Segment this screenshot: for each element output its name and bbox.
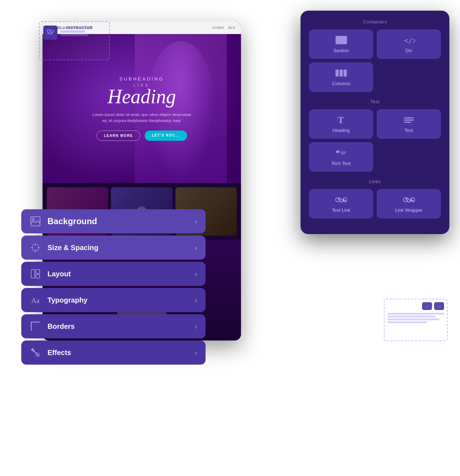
section-label: Section	[333, 48, 349, 53]
size-spacing-label: Size & Spacing	[47, 244, 188, 252]
typography-label: Typography	[47, 296, 188, 304]
svg-rect-12	[341, 152, 346, 153]
text-link-label: Text Link	[332, 207, 350, 213]
svg-rect-10	[404, 122, 411, 123]
text-category-label: Text	[309, 99, 441, 104]
svg-rect-20	[33, 245, 38, 250]
svg-rect-0	[47, 30, 50, 32]
nav-link-2: BLO	[228, 26, 235, 29]
effects-label: Effects	[47, 349, 188, 357]
style-item-effects[interactable]: Effects ›	[21, 341, 206, 365]
nav-links: CASES BLO	[212, 26, 235, 29]
background-label: Background	[47, 216, 188, 226]
borders-icon	[30, 321, 41, 332]
svg-rect-2	[335, 36, 347, 44]
svg-rect-4	[335, 70, 338, 77]
rich-text-label: Rich Text	[332, 161, 350, 166]
bottom-right-selector: — —	[384, 299, 448, 341]
layout-chevron: ›	[195, 270, 197, 278]
containers-category-label: Containers	[309, 19, 441, 24]
columns-label: Columns	[332, 81, 350, 86]
div-icon: </>	[403, 35, 415, 45]
svg-rect-6	[343, 70, 347, 77]
borders-label: Borders	[47, 322, 188, 331]
svg-rect-13	[341, 154, 345, 154]
element-placeholder-lines	[60, 26, 92, 36]
svg-text:</>: </>	[404, 36, 415, 45]
link-wrapper-component[interactable]: Link Wrapper	[377, 189, 441, 218]
effects-chevron: ›	[195, 349, 197, 357]
hero-heading: Heading	[92, 86, 191, 108]
element-selector-overlay	[39, 21, 110, 60]
heading-icon: T	[335, 115, 348, 125]
svg-point-1	[51, 30, 54, 33]
links-grid: Text Link Link Wrapper	[309, 189, 441, 218]
section-icon	[335, 35, 348, 45]
style-panel: Background › Size & Spacing › Layout ›	[21, 209, 206, 365]
heading-label: Heading	[332, 128, 349, 133]
brs-btn-2[interactable]: —	[434, 302, 444, 310]
text-link-component[interactable]: Text Link	[309, 189, 373, 218]
svg-rect-22	[36, 270, 40, 273]
svg-text:Aa: Aa	[31, 297, 39, 304]
style-item-typography[interactable]: Aa Typography ›	[21, 288, 206, 312]
background-chevron: ›	[195, 217, 197, 226]
hero-content: SUBHEADING LIKE Heading Lorem ipsum dolo…	[78, 76, 206, 141]
brs-content-lines	[387, 311, 444, 325]
svg-rect-5	[340, 70, 343, 77]
nav-link-1: CASES	[212, 26, 224, 29]
background-icon	[30, 216, 41, 227]
link-wrapper-icon	[403, 195, 415, 205]
div-component[interactable]: </> Div	[377, 29, 441, 59]
layout-label: Layout	[47, 270, 188, 278]
size-spacing-chevron: ›	[195, 244, 197, 252]
style-item-size-spacing[interactable]: Size & Spacing ›	[21, 236, 206, 260]
svg-rect-23	[36, 275, 40, 278]
svg-rect-9	[404, 120, 414, 121]
style-item-borders[interactable]: Borders ›	[21, 314, 206, 338]
section-component[interactable]: Section	[309, 29, 373, 59]
style-item-layout[interactable]: Layout ›	[21, 262, 206, 286]
style-item-background[interactable]: Background ›	[21, 209, 206, 233]
typography-chevron: ›	[195, 296, 197, 304]
element-icon	[43, 26, 57, 40]
rich-text-component[interactable]: Rich Text	[309, 142, 373, 172]
layout-icon	[30, 268, 41, 279]
svg-rect-11	[336, 150, 340, 153]
svg-point-14	[335, 198, 339, 201]
text-grid: T Heading Text	[309, 109, 441, 172]
text-link-icon	[335, 195, 348, 205]
div-label: Div	[405, 48, 412, 53]
brs-btn-1[interactable]: —	[422, 302, 432, 310]
svg-point-16	[403, 198, 407, 201]
text-component[interactable]: Text	[377, 109, 441, 139]
columns-icon	[335, 68, 348, 78]
effects-icon	[30, 347, 41, 358]
hero-body-text: Lorem ipsum dolor sit amet, quo ullum el…	[92, 112, 191, 123]
svg-rect-8	[404, 117, 414, 118]
size-spacing-icon	[30, 242, 41, 253]
lets-rock-button[interactable]: LET'S ROC...	[145, 131, 187, 141]
svg-rect-18	[31, 217, 40, 226]
links-category-label: Links	[309, 179, 441, 184]
svg-rect-21	[31, 270, 35, 278]
svg-line-27	[31, 349, 32, 350]
learn-more-button[interactable]: LEARN MORE	[96, 131, 140, 141]
svg-point-19	[32, 218, 34, 220]
rich-text-icon	[335, 148, 348, 158]
typography-icon: Aa	[30, 294, 41, 306]
containers-grid: Section </> Div Columns	[309, 29, 441, 92]
hero-subheading: SUBHEADING	[92, 76, 191, 82]
heading-component[interactable]: T Heading	[309, 109, 373, 139]
text-icon	[403, 115, 415, 125]
brs-action-buttons: — —	[422, 302, 444, 310]
borders-chevron: ›	[195, 322, 197, 331]
svg-line-25	[32, 349, 39, 356]
text-label: Text	[405, 128, 413, 133]
columns-component[interactable]: Columns	[309, 62, 373, 92]
link-wrapper-label: Link Wrapper	[395, 207, 422, 213]
components-panel: Containers Section </> Div	[301, 11, 449, 234]
svg-text:T: T	[338, 115, 344, 125]
hero-buttons: LEARN MORE LET'S ROC...	[92, 131, 191, 141]
